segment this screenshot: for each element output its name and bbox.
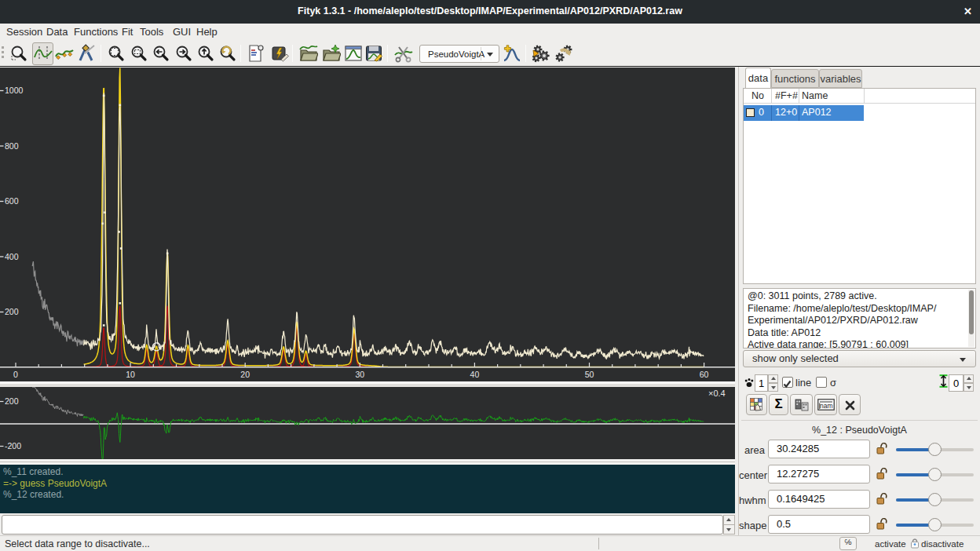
svg-text:nam: nam: [820, 402, 833, 410]
svg-text:40: 40: [470, 370, 480, 379]
svg-text:20: 20: [240, 370, 250, 379]
svg-text:60: 60: [700, 370, 709, 379]
svg-text:50: 50: [585, 370, 594, 379]
svg-text:600: 600: [5, 196, 19, 206]
svg-text:800: 800: [5, 141, 19, 151]
svg-text:1000: 1000: [5, 86, 24, 95]
svg-text:0: 0: [13, 370, 18, 379]
svg-text:×0.4: ×0.4: [708, 389, 726, 398]
svg-text:30: 30: [355, 370, 364, 379]
svg-text:10: 10: [126, 370, 135, 379]
svg-text:200: 200: [5, 396, 19, 406]
svg-text:200: 200: [5, 307, 19, 316]
svg-text:-200: -200: [5, 441, 21, 451]
svg-text:400: 400: [5, 252, 19, 261]
